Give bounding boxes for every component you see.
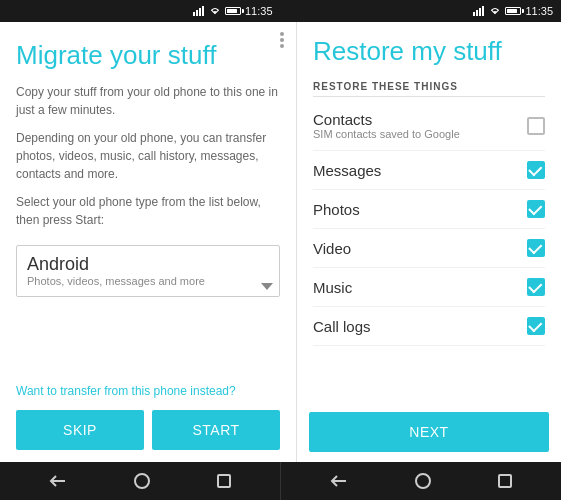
svg-rect-6 — [479, 8, 481, 16]
contacts-label: Contacts — [313, 111, 460, 128]
back-icon-left — [49, 474, 67, 488]
restore-panel-content: Restore my stuff RESTORE THESE THINGS Co… — [297, 22, 561, 402]
restore-item-messages[interactable]: Messages — [313, 151, 545, 190]
nav-recent-left[interactable] — [217, 474, 231, 488]
photos-label: Photos — [313, 201, 360, 218]
signal-icon-right — [473, 6, 485, 16]
restore-section-label: RESTORE THESE THINGS — [313, 81, 545, 97]
migrate-desc2: Depending on your old phone, you can tra… — [16, 129, 280, 183]
restore-item-calllogs[interactable]: Call logs — [313, 307, 545, 346]
main-panels: Migrate your stuff Copy your stuff from … — [0, 22, 561, 462]
music-checkbox[interactable] — [527, 278, 545, 296]
phone-type-title: Android — [27, 254, 269, 275]
contacts-checkbox[interactable] — [527, 117, 545, 135]
migrate-desc1: Copy your stuff from your old phone to t… — [16, 83, 280, 119]
nav-bar-left — [0, 462, 280, 500]
dropdown-arrow-icon — [261, 283, 273, 290]
restore-item-contacts[interactable]: Contacts SIM contacts saved to Google — [313, 101, 545, 151]
phone-type-subtitle: Photos, videos, messages and more — [27, 275, 269, 287]
signal-icon-left — [193, 6, 205, 16]
contacts-sublabel: SIM contacts saved to Google — [313, 128, 460, 140]
photos-checkbox[interactable] — [527, 200, 545, 218]
home-circle-icon-left — [134, 473, 150, 489]
back-icon-right — [330, 474, 348, 488]
status-bar-left: 11:35 — [0, 0, 281, 22]
restore-item-calllogs-text: Call logs — [313, 318, 371, 335]
time-left: 11:35 — [245, 5, 273, 17]
svg-rect-2 — [199, 8, 201, 16]
battery-icon-left — [225, 7, 241, 15]
nav-back-left[interactable] — [49, 474, 67, 488]
calllogs-label: Call logs — [313, 318, 371, 335]
video-checkbox[interactable] — [527, 239, 545, 257]
nav-bar — [0, 462, 561, 500]
nav-bar-right — [281, 462, 561, 500]
migrate-panel: Migrate your stuff Copy your stuff from … — [0, 22, 297, 462]
restore-item-video-text: Video — [313, 240, 351, 257]
svg-rect-4 — [473, 12, 475, 16]
music-label: Music — [313, 279, 352, 296]
transfer-link[interactable]: Want to transfer from this phone instead… — [16, 384, 280, 398]
messages-checkbox[interactable] — [527, 161, 545, 179]
home-circle-icon-right — [415, 473, 431, 489]
skip-button[interactable]: Skip — [16, 410, 144, 450]
menu-dots-icon[interactable] — [280, 32, 284, 48]
svg-rect-5 — [476, 10, 478, 16]
migrate-title: Migrate your stuff — [16, 40, 280, 71]
restore-title: Restore my stuff — [313, 36, 545, 67]
svg-rect-7 — [482, 6, 484, 16]
restore-item-photos[interactable]: Photos — [313, 190, 545, 229]
migrate-desc3: Select your old phone type from the list… — [16, 193, 280, 229]
nav-recent-right[interactable] — [498, 474, 512, 488]
restore-item-music[interactable]: Music — [313, 268, 545, 307]
restore-panel: Restore my stuff RESTORE THESE THINGS Co… — [297, 22, 561, 462]
calllogs-checkbox[interactable] — [527, 317, 545, 335]
start-button[interactable]: Start — [152, 410, 280, 450]
left-panel-bottom: Want to transfer from this phone instead… — [16, 297, 280, 462]
left-panel-buttons: Skip Start — [16, 410, 280, 462]
status-bar-right: 11:35 — [281, 0, 562, 22]
recent-square-icon-left — [217, 474, 231, 488]
svg-rect-0 — [193, 12, 195, 16]
phone-type-selector[interactable]: Android Photos, videos, messages and mor… — [16, 245, 280, 297]
restore-item-photos-text: Photos — [313, 201, 360, 218]
next-button[interactable]: Next — [309, 412, 549, 452]
wifi-icon-right — [489, 6, 501, 16]
nav-home-right[interactable] — [415, 473, 431, 489]
messages-label: Messages — [313, 162, 381, 179]
video-label: Video — [313, 240, 351, 257]
next-button-container: Next — [297, 402, 561, 462]
restore-item-messages-text: Messages — [313, 162, 381, 179]
svg-rect-1 — [196, 10, 198, 16]
time-right: 11:35 — [525, 5, 553, 17]
restore-item-music-text: Music — [313, 279, 352, 296]
battery-icon-right — [505, 7, 521, 15]
nav-home-left[interactable] — [134, 473, 150, 489]
nav-back-right[interactable] — [330, 474, 348, 488]
status-bar: 11:35 11:35 — [0, 0, 561, 22]
svg-rect-3 — [202, 6, 204, 16]
wifi-icon-left — [209, 6, 221, 16]
recent-square-icon-right — [498, 474, 512, 488]
restore-item-video[interactable]: Video — [313, 229, 545, 268]
restore-item-contacts-text: Contacts SIM contacts saved to Google — [313, 111, 460, 140]
